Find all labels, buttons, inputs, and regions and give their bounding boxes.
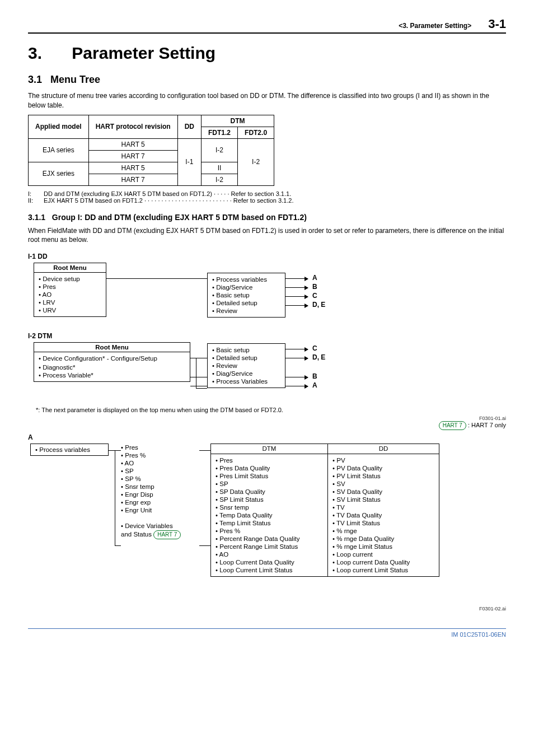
note-ii-text: EJX HART 5 DTM based on FDT1.2 · · · · ·…	[44, 197, 293, 204]
section-num: 3.1	[28, 74, 42, 85]
figure-ref-1: F0301-01.ai	[28, 416, 506, 421]
list-item: • SP	[216, 480, 323, 488]
list-item: • Pres Data Quality	[216, 464, 323, 472]
a-left-title: • Process variables	[35, 446, 90, 453]
list-item: • Review	[212, 362, 280, 370]
a-dtm-title: DTM	[211, 444, 327, 454]
i2-diagram: Root Menu • Device Configuration* - Conf…	[28, 342, 506, 401]
i2-sub-box: • Basic setup • Detailed setup • Review …	[207, 343, 285, 388]
list-item: • PV Data Quality	[332, 464, 434, 472]
section-a-diagram: • Process variables • Pres• Pres %• AO• …	[28, 444, 506, 600]
target-label: A	[312, 274, 317, 282]
section-text: Menu Tree	[50, 74, 100, 85]
a-dtm-box: DTM • Pres• Pres Data Quality• Pres Limi…	[210, 444, 328, 577]
section-title: 3.1 Menu Tree	[28, 74, 506, 86]
i1-diagram: Root Menu • Device setup • Pres • AO • L…	[28, 263, 506, 324]
list-item	[121, 514, 199, 522]
list-item: • Review	[212, 307, 280, 315]
th-applied: Applied model	[29, 115, 89, 138]
list-item: • TV	[332, 503, 434, 511]
list-item: • % rnge Limit Status	[332, 543, 434, 550]
list-item: • Device Configuration* - Configure/Setu…	[39, 354, 185, 362]
list-item: • Detailed setup	[212, 354, 280, 362]
list-item: • LRV	[39, 298, 101, 306]
list-item: • Process Variables	[212, 377, 280, 385]
cell: I-1	[177, 138, 201, 185]
list-item: • Diag/Service	[212, 370, 280, 377]
subsection-text: Group I: DD and DTM (excluding EJX HART …	[52, 213, 307, 222]
target-label: C	[312, 292, 317, 300]
i1-root-title: Root Menu	[34, 263, 106, 272]
th-dtm: DTM	[202, 115, 274, 127]
list-item: • SP Limit Status	[216, 496, 323, 503]
subsection-body: When FieldMate with DD and DTM (excludin…	[28, 226, 506, 245]
a-dd-title: DD	[328, 444, 439, 454]
list-item: • SV Limit Status	[332, 496, 434, 503]
list-item: • AO	[216, 550, 323, 558]
a-left-box: • Process variables	[30, 444, 109, 456]
cell: HART 5	[88, 162, 177, 174]
i2-footnote: *: The next parameter is displayed on th…	[36, 407, 506, 413]
list-item: • Temp Limit Status	[216, 519, 323, 527]
page-header: <3. Parameter Setting> 3-1	[28, 17, 506, 34]
list-item: • SV Data Quality	[332, 488, 434, 496]
i1-sub-box: • Process variables • Diag/Service • Bas…	[207, 273, 285, 318]
list-item: • Snsr temp	[216, 503, 323, 511]
i2-heading: I-2 DTM	[28, 332, 506, 340]
note-i-label: I:	[28, 190, 44, 197]
target-label: A	[312, 381, 317, 389]
hart7-badge-icon: HART 7	[153, 530, 181, 539]
target-label: D, E	[312, 301, 325, 309]
cell: II	[202, 162, 238, 174]
th-hart: HART protocol revision	[88, 115, 177, 138]
list-item: • Pres Limit Status	[216, 472, 323, 480]
subsection-title: 3.1.1 Group I: DD and DTM (excluding EJX…	[28, 213, 506, 222]
i2-root-box: • Device Configuration* - Configure/Setu…	[34, 352, 190, 382]
i2-root-title: Root Menu	[34, 342, 190, 352]
list-item: • AO	[39, 291, 101, 298]
list-item: • Snsr temp	[121, 483, 199, 491]
list-item: • SV	[332, 480, 434, 488]
list-item: • Loop current	[332, 550, 434, 558]
list-item: • Device setup	[39, 275, 101, 283]
target-label: B	[312, 372, 317, 380]
target-label: D, E	[312, 353, 325, 361]
list-item: • Device Variables	[121, 522, 199, 530]
a-mid-box: • Pres• Pres %• AO• SP• SP %• Snsr temp•…	[121, 444, 199, 540]
note-i-text: DD and DTM (excluding EJX HART 5 DTM bas…	[44, 190, 291, 197]
chapter-num: 3.	[28, 44, 67, 63]
chapter-title: 3. Parameter Setting	[28, 44, 506, 63]
section-ref: <3. Parameter Setting>	[399, 22, 471, 30]
intro-paragraph: The structure of menu tree varies accord…	[28, 91, 506, 110]
list-item: • SP Data Quality	[216, 488, 323, 496]
section-a-label: A	[28, 433, 506, 441]
i1-heading: I-1 DD	[28, 253, 506, 260]
list-item: • Detailed setup	[212, 299, 280, 307]
list-item: • TV Data Quality	[332, 511, 434, 519]
th-fdt12: FDT1.2	[202, 127, 238, 138]
page-number: 3-1	[488, 17, 506, 31]
list-item: • SP %	[121, 475, 199, 483]
list-item: • PV	[332, 456, 434, 464]
list-item: • Basic setup	[212, 291, 280, 299]
cell: HART 5	[88, 138, 177, 150]
list-item: • Percent Range Data Quality	[216, 535, 323, 543]
applied-model-table: Applied model HART protocol revision DD …	[28, 115, 274, 186]
cell: HART 7	[88, 150, 177, 162]
figure-ref-2: F0301-02.ai	[28, 606, 506, 612]
th-fdt20: FDT2.0	[238, 127, 274, 138]
list-item: • URV	[39, 306, 101, 314]
hart7-legend: HART 7 : HART 7 only	[28, 421, 506, 430]
subsection-num: 3.1.1	[28, 213, 45, 222]
target-label: C	[312, 344, 317, 352]
target-label: B	[312, 283, 317, 291]
list-item: • Loop current Data Quality	[332, 558, 434, 566]
page-footer: IM 01C25T01-06EN	[28, 628, 506, 638]
hart7-badge-icon: HART 7	[439, 421, 466, 430]
a-dd-box: DD • PV• PV Data Quality• PV Limit Statu…	[327, 444, 439, 577]
cell: I-2	[202, 174, 238, 185]
list-item: • TV Limit Status	[332, 519, 434, 527]
list-item: • Temp Data Quality	[216, 511, 323, 519]
cell: I-2	[238, 138, 274, 185]
list-item: • Loop Current Data Quality	[216, 558, 323, 566]
